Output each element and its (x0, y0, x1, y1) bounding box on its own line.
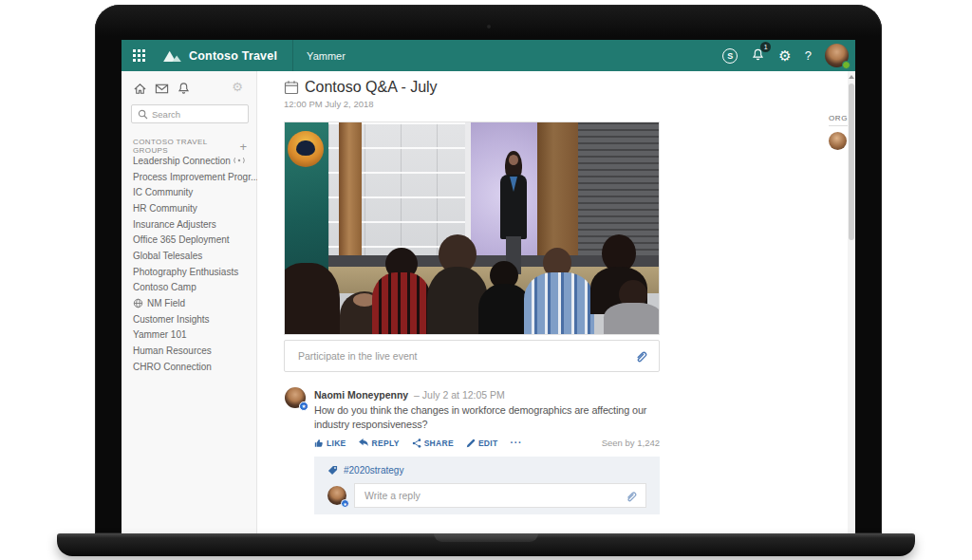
group-label: Human Resources (133, 345, 212, 356)
inbox-mail-icon[interactable] (155, 82, 169, 96)
laptop-base (57, 533, 915, 556)
header-divider (292, 40, 293, 71)
hashtag-row[interactable]: #2020strategy (327, 465, 646, 476)
notifications-bell-icon[interactable] (177, 82, 191, 96)
event-header: Contoso Q&A - July 12:00 PM July 2, 2018 (284, 79, 438, 109)
laptop-base-notch (434, 533, 538, 542)
group-label: Photography Enthusiasts (133, 267, 238, 277)
add-group-button[interactable]: + (239, 140, 247, 154)
calendar-icon (284, 80, 299, 95)
laptop-mockup: Contoso Travel Yammer S 1 ⚙ ? (0, 0, 972, 560)
like-label: LIKE (327, 439, 346, 448)
sidebar-group-nm-field[interactable]: NM Field (122, 295, 257, 311)
search-box[interactable] (131, 104, 249, 123)
notifications-button[interactable]: 1 (751, 47, 765, 65)
attach-paperclip-icon[interactable] (634, 349, 647, 363)
office-suite-header: Contoso Travel Yammer S 1 ⚙ ? (122, 40, 855, 71)
post-byline: Naomi Moneypenny – July 2 at 12:05 PM (314, 389, 505, 401)
sidebar: ⚙ CONTOSO TRAVEL GROUPS + Leadership Con… (122, 71, 257, 533)
like-button[interactable]: LIKE (314, 439, 346, 448)
audience-member (372, 272, 431, 335)
sidebar-group-contoso-camp[interactable]: Contoso Camp (122, 280, 257, 296)
share-icon (412, 439, 421, 448)
search-input[interactable] (152, 109, 237, 120)
post-actions: LIKE REPLY SHARE (314, 438, 660, 448)
reply-arrow-icon (359, 439, 369, 447)
tag-icon (327, 465, 338, 476)
group-label: NM Field (147, 298, 185, 308)
share-button[interactable]: SHARE (412, 439, 454, 448)
sidebar-settings-icon[interactable]: ⚙ (232, 80, 243, 94)
edit-label: EDIT (478, 439, 498, 448)
brand-name: Contoso Travel (189, 49, 277, 63)
thread-box: #2020strategy ★ (314, 457, 660, 514)
group-label: Process Improvement Progr... (133, 172, 258, 182)
search-icon (138, 109, 148, 120)
sidebar-group-ic-community[interactable]: IC Community (122, 184, 257, 200)
reply-attach-paperclip-icon[interactable] (625, 490, 637, 502)
post-author-avatar[interactable]: ★ (285, 387, 306, 408)
post-timestamp: – July 2 at 12:05 PM (414, 389, 505, 401)
current-user-avatar[interactable] (825, 44, 849, 67)
home-icon[interactable] (133, 82, 147, 96)
group-label: Insurance Adjusters (133, 219, 216, 230)
reply-input-box[interactable] (354, 483, 646, 508)
reply-user-avatar[interactable]: ★ (327, 486, 346, 505)
sidebar-group-customer-insights[interactable]: Customer Insights (122, 311, 257, 327)
app-launcher-icon[interactable] (133, 49, 145, 62)
group-label: IC Community (133, 187, 193, 197)
sidebar-nav-icons (133, 82, 191, 96)
more-actions-button[interactable]: ··· (510, 438, 522, 448)
post-author-name[interactable]: Naomi Moneypenny (314, 389, 408, 401)
reply-label: REPLY (372, 439, 400, 448)
scrollbar[interactable] (848, 71, 855, 533)
sidebar-group-hr-community[interactable]: HR Community (122, 200, 257, 216)
header-actions: S 1 ⚙ ? (722, 40, 849, 71)
reply-user-badge-icon: ★ (341, 499, 349, 508)
settings-gear-icon[interactable]: ⚙ (778, 47, 791, 65)
like-thumb-icon (314, 439, 324, 448)
group-label: Global Telesales (133, 251, 202, 261)
sidebar-group-photography-enthusiasts[interactable]: Photography Enthusiasts (122, 264, 257, 280)
group-label: HR Community (133, 203, 197, 214)
yammer-window: Contoso Travel Yammer S 1 ⚙ ? (122, 40, 855, 533)
skype-icon[interactable]: S (722, 48, 738, 64)
share-label: SHARE (424, 439, 454, 448)
edit-button[interactable]: EDIT (466, 439, 498, 448)
group-label: Contoso Camp (133, 282, 196, 292)
brand-home-link[interactable]: Contoso Travel (162, 48, 277, 63)
audience-member (524, 272, 594, 335)
sidebar-group-human-resources[interactable]: Human Resources (122, 343, 257, 359)
help-icon[interactable]: ? (805, 48, 812, 63)
hashtag-link[interactable]: #2020strategy (344, 465, 403, 476)
sidebar-group-yammer-101[interactable]: Yammer 101 (122, 327, 257, 344)
sidebar-group-global-telesales[interactable]: Global Telesales (122, 248, 257, 264)
reply-button[interactable]: REPLY (359, 439, 400, 448)
notification-count-badge: 1 (760, 42, 771, 52)
group-label: Leadership Connection (133, 156, 231, 166)
sidebar-group-chro-connection[interactable]: CHRO Connection (122, 359, 257, 375)
participate-input[interactable] (298, 350, 634, 362)
group-label: Office 365 Deployment (133, 234, 230, 245)
participate-box[interactable] (284, 340, 660, 372)
sidebar-group-insurance-adjusters[interactable]: Insurance Adjusters (122, 216, 257, 233)
live-event-video[interactable]: MONTHLY Q&A (284, 121, 660, 335)
audience-member (604, 303, 660, 335)
group-label: Customer Insights (133, 314, 210, 325)
seen-by-count: Seen by 1,242 (602, 438, 660, 448)
globe-icon (133, 298, 143, 308)
audience-member (284, 263, 340, 335)
reply-input[interactable] (364, 490, 625, 501)
group-label: CHRO Connection (133, 362, 212, 372)
scroll-up-icon[interactable] (849, 75, 854, 79)
sidebar-group-leadership-connection[interactable]: Leadership Connection (122, 153, 257, 169)
sidebar-group-office-365-deployment[interactable]: Office 365 Deployment (122, 232, 257, 248)
organizer-avatar[interactable] (829, 132, 847, 150)
author-badge-icon: ★ (299, 401, 308, 411)
mountain-logo-icon (162, 48, 182, 63)
event-title: Contoso Q&A - July (305, 79, 438, 96)
event-datetime: 12:00 PM July 2, 2018 (284, 99, 438, 109)
presenter-face (509, 155, 518, 165)
sidebar-group-process-improvement[interactable]: Process Improvement Progr... (122, 169, 257, 185)
scrollbar-thumb[interactable] (849, 84, 854, 240)
